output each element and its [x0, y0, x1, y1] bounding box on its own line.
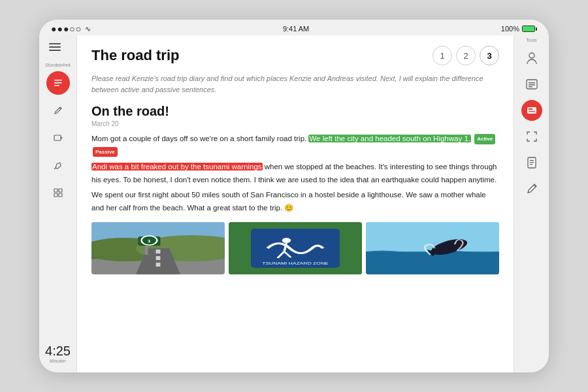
content-title: The road trip [91, 47, 179, 64]
status-right: 100% [501, 25, 537, 33]
sidebar-label: Stundeinheit [45, 63, 71, 67]
left-sidebar: Stundeinheit [39, 35, 77, 372]
step-button-2[interactable]: 2 [456, 46, 476, 65]
status-time: 9:41 AM [283, 25, 309, 33]
sidebar-text-icon[interactable] [46, 71, 70, 95]
text-normal-3: We spent our first night about 50 miles … [91, 191, 486, 212]
hamburger-button[interactable] [49, 38, 67, 56]
timer-unit: Minuten [45, 359, 71, 363]
right-active-button[interactable] [521, 100, 542, 121]
svg-rect-8 [59, 193, 62, 197]
timer-display: 4:25 Minuten [45, 344, 71, 372]
paragraph-1: Mom got a couple of days off so we're on… [91, 133, 499, 158]
battery-icon [522, 25, 537, 32]
svg-rect-32 [529, 82, 535, 84]
timer-value: 4:25 [45, 344, 71, 359]
svg-text:1: 1 [148, 239, 152, 244]
step-button-1[interactable]: 1 [433, 46, 452, 65]
right-text-icon[interactable] [521, 74, 542, 95]
svg-rect-34 [529, 86, 532, 88]
instructions-text: Please read Kenzie's road trip diary and… [91, 73, 499, 95]
svg-rect-37 [529, 111, 535, 112]
active-badge: Active [474, 134, 495, 144]
images-row: 1 [91, 222, 499, 274]
right-sidebar: Tools [514, 35, 549, 372]
svg-rect-41 [530, 164, 532, 165]
highlight-active-sentence: We left the city and headed south on Hig… [308, 135, 471, 142]
sidebar-grid-icon[interactable] [46, 181, 70, 204]
svg-rect-27 [366, 222, 499, 252]
svg-rect-1 [54, 82, 62, 84]
right-pencil-icon[interactable] [521, 178, 542, 199]
status-left: ●●●○○ ∿ [51, 24, 91, 34]
svg-rect-0 [54, 80, 62, 81]
status-bar: ●●●○○ ∿ 9:41 AM 100% [39, 20, 549, 35]
sidebar-video-icon[interactable] [46, 126, 70, 150]
step-button-3[interactable]: 3 [480, 46, 499, 65]
battery-pct: 100% [501, 25, 519, 33]
content-header: The road trip 1 2 3 [91, 46, 499, 65]
text-normal-1: Mom got a couple of days off so we're on… [91, 135, 308, 142]
section-heading: On the road! [91, 104, 499, 119]
image-road: 1 [91, 222, 225, 274]
svg-point-30 [529, 53, 534, 58]
svg-rect-7 [54, 193, 57, 197]
step-buttons: 1 2 3 [433, 46, 499, 65]
sidebar-pencil-icon[interactable] [46, 99, 70, 122]
highlight-passive-sentence: Andi was a bit freaked out by the tsunam… [91, 163, 263, 171]
paragraph-3: We spent our first night about 50 miles … [91, 189, 499, 214]
svg-rect-35 [527, 107, 536, 114]
svg-rect-6 [59, 189, 62, 192]
svg-rect-33 [529, 84, 535, 86]
svg-rect-15 [156, 263, 161, 267]
paragraph-2: Andi was a bit freaked out by the tsunam… [91, 161, 499, 186]
right-person-icon[interactable] [521, 48, 542, 69]
svg-rect-5 [54, 189, 57, 192]
svg-text:TSUNAMI HAZARD ZONE: TSUNAMI HAZARD ZONE [262, 262, 329, 265]
right-sidebar-label: Tools [526, 38, 536, 42]
wifi-icon: ∿ [85, 25, 91, 33]
right-expand-icon[interactable] [521, 126, 542, 147]
sidebar-marker-icon[interactable] [46, 154, 70, 177]
right-page-icon[interactable] [521, 152, 542, 173]
main-layout: Stundeinheit [39, 35, 549, 372]
svg-rect-40 [530, 162, 534, 163]
image-whale [366, 222, 499, 274]
image-tsunami: TSUNAMI HAZARD ZONE [229, 222, 362, 274]
svg-rect-14 [156, 256, 161, 260]
content-area: The road trip 1 2 3 Please read Kenzie's… [77, 35, 514, 372]
svg-point-22 [282, 238, 291, 243]
svg-rect-39 [530, 160, 534, 161]
section-date: March 20 [91, 120, 499, 127]
svg-marker-4 [61, 137, 63, 139]
svg-rect-3 [54, 135, 61, 140]
tablet-frame: ●●●○○ ∿ 9:41 AM 100% Stundeinheit [39, 20, 549, 372]
svg-rect-13 [156, 250, 161, 253]
svg-rect-36 [529, 108, 532, 110]
signal-dots: ●●●○○ [51, 24, 82, 34]
svg-rect-2 [54, 85, 59, 86]
passive-badge: Passive [93, 147, 118, 157]
